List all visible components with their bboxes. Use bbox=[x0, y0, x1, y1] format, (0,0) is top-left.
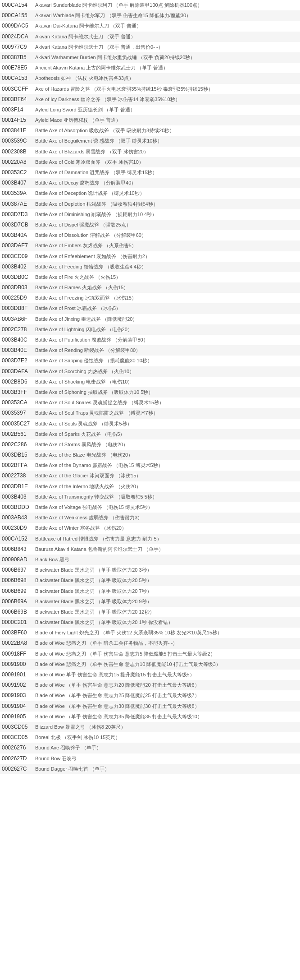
item-id: 00035397 bbox=[2, 409, 33, 417]
list-item: 0003BF60Blade of Fiery Light 炽光之刃 （单手 火伤… bbox=[0, 628, 300, 638]
item-text: Ayleid Long Sword 亚历德长剑 （单手 普通） bbox=[35, 107, 135, 112]
list-item: 0003CD05Boreal 北极 （双手剑 冰伤10 15英尺） bbox=[0, 732, 300, 743]
list-item: 000220A8Battle Axe of Cold 寒冷双面斧 （双手 冰伤害… bbox=[0, 157, 300, 167]
item-text: Bound Axe 召唤斧子 （单手） bbox=[35, 745, 101, 750]
item-id: 0003DAE7 bbox=[2, 241, 33, 250]
item-text: Blade of Woe （单手 伤害生命 意志力20 降低魔能20 打击土气最… bbox=[35, 682, 200, 688]
item-id: 0003D7CB bbox=[2, 221, 33, 229]
item-id: 000230D9 bbox=[2, 524, 33, 532]
item-text: Blade of Woe 悲痛之刃 （单手 暗杀工会任务物品，不能丢弃- -） bbox=[35, 640, 177, 646]
list-item: 000977C9Akivari Katana 阿卡维尔武士刀 （双手 普通，出售… bbox=[0, 42, 300, 52]
item-id: 000918FF bbox=[2, 650, 33, 658]
item-text: Axe of Icy Darkness 幽冷之斧 （双手 冰伤害14 冰衰弱35… bbox=[35, 97, 180, 102]
list-item: 000908ADBlack Bow 黑弓 bbox=[0, 555, 300, 565]
item-id: 000387AE bbox=[2, 200, 33, 208]
item-text: Akivari Katana 阿卡维尔武士刀 （双手 普通） bbox=[35, 34, 136, 39]
list-item: 0006B699Blackwater Blade 黑水之刃 （单手 吸取体力20… bbox=[0, 586, 300, 596]
list-item: 0003D7CBBattle Axe of Dispel 驱魔战斧 （驱散25点… bbox=[0, 220, 300, 230]
item-text: Battle Axe of Souls 灵魂战斧 （缚灵术5秒） bbox=[35, 421, 132, 426]
list-item: 0003B40EBattle Axe of Rending 断裂战斧 （分解装甲… bbox=[0, 345, 300, 356]
list-item: 0006B843Bauruss Akaviri Katana 包鲁斯的阿卡维尔武… bbox=[0, 544, 300, 555]
item-text: Battle Axe of the Inferno 地狱火战斧 （火伤20） bbox=[35, 484, 141, 489]
item-id: 0002B561 bbox=[2, 430, 33, 439]
list-item: 0009DAC5Akavari Dai-Katana 阿卡维尔大刀 （双手 普通… bbox=[0, 21, 300, 31]
item-id: 0002B8D6 bbox=[2, 378, 33, 386]
list-item: 00091903Blade of Woe （单手 伤害生命 意志力25 降低魔能… bbox=[0, 690, 300, 701]
item-id: 0003DB8F bbox=[2, 304, 33, 313]
list-item: 00091900Blade of Woe 悲痛之刃 （单手 伤害生命 意志力10… bbox=[0, 659, 300, 670]
item-text: Battle Axe of Enfeeblement 衰如战斧 （伤害耐力2） bbox=[35, 254, 150, 259]
item-id: 0002C286 bbox=[2, 440, 33, 449]
item-text: Bauruss Akaviri Katana 包鲁斯的阿卡维尔武士刀 （单手） bbox=[35, 546, 164, 552]
item-text: Battle Axe of Shocking 电击战斧 （电伤10） bbox=[35, 379, 132, 384]
item-id: 0003B40C bbox=[2, 336, 33, 344]
item-text: Blackwater Blade 黑水之刃 （单手 吸取体力20 7秒） bbox=[35, 588, 152, 594]
item-text: Blade of Woe （单手 伤害生命 意志力35 降低魔能35 打击土气最… bbox=[35, 714, 202, 719]
list-item: 0006B69BBlackwater Blade 黑水之刃 （单手 吸取体力20… bbox=[0, 607, 300, 617]
item-text: Blade of Woe （单手 伤害生命 意志力30 降低魔能30 打击土气最… bbox=[35, 703, 200, 709]
item-text: Battle Axe of Diminishing 削弱战斧 （损耗耐力10 4… bbox=[35, 212, 157, 217]
item-text: Battle Axe of Dissolution 溶解战斧 （分解装甲60） bbox=[35, 232, 146, 238]
list-item: 0006B698Blackwater Blade 黑水之刃 （单手 吸取体力20… bbox=[0, 575, 300, 586]
item-text: Battle Axe of Fire 火之战斧 （火伤15） bbox=[35, 274, 121, 280]
list-item: 0003CD09Battle Axe of Enfeeblement 衰如战斧 … bbox=[0, 251, 300, 262]
item-text: Battle Axe of Frost 冰霜战斧 （冰伤5） bbox=[35, 305, 121, 311]
item-text: Battle Axe of Soul Traps 灵魂陷阱之战斧 （缚灵术7秒） bbox=[35, 410, 158, 416]
item-text: Ancient Akaviri Katana 上古的阿卡维尔武士刀 （单手 普通… bbox=[35, 65, 168, 70]
item-text: Battle Axe of Sapping 侵蚀战斧 （损耗魔能30 10秒） bbox=[35, 358, 152, 363]
list-item: 0002308BBattle Axe of Blizzards 暴雪战斧 （双手… bbox=[0, 147, 300, 157]
item-text: Akavari Sunderblade 阿卡维尔利刀 （单手 解除装甲100点 … bbox=[35, 2, 202, 8]
list-item: 000225D9Battle Axe of Freezing 冰冻双面斧 （冰伤… bbox=[0, 293, 300, 303]
item-id: 000CA155 bbox=[2, 11, 33, 20]
item-list: 000CA154Akavari Sunderblade 阿卡维尔利刀 （单手 解… bbox=[0, 0, 300, 774]
item-id: 00091902 bbox=[2, 681, 33, 689]
item-id: 000908AD bbox=[2, 555, 33, 564]
list-item: 00091901Blade of Woe 单手 伤害生命 意志力15 提升魔能1… bbox=[0, 670, 300, 680]
item-text: Apotheosis 如神 （法杖 火电冰伤害各33点） bbox=[35, 75, 134, 81]
list-item: 0003CD05Blizzard Bow 暴雪之弓 （冰伤8 20英尺） bbox=[0, 722, 300, 732]
item-id: 00091903 bbox=[2, 691, 33, 700]
item-id: 0003CD05 bbox=[2, 723, 33, 731]
item-id: 0003D7E2 bbox=[2, 356, 33, 365]
item-text: Battle Axe of Embers 灰烬战斧 （火系伤害5） bbox=[35, 243, 136, 248]
item-text: Blackwater Blade 黑水之刃 （单手 吸取体力20 1秒 你没看错… bbox=[35, 619, 173, 625]
list-item: 00035397Battle Axe of Soul Traps 灵魂陷阱之战斧… bbox=[0, 408, 300, 418]
item-id: 00022BA8 bbox=[2, 639, 33, 647]
item-text: Battle Axe of Absorption 吸收战斧 （双手 吸收耐力8持… bbox=[35, 128, 174, 133]
item-text: Akavari Warblade 阿卡维尔军刀 （双手 伤害生命15 降低体力/… bbox=[35, 13, 191, 18]
item-id: 000E78E5 bbox=[2, 64, 33, 72]
item-id: 0006B69A bbox=[2, 597, 33, 606]
item-id: 0003F14 bbox=[2, 106, 33, 114]
item-text: Battle Axe of Rending 断裂战斧 （分解装甲80） bbox=[35, 347, 141, 353]
list-item: 0002C286Battle Axe of Storms 暴风战斧 （电伤20） bbox=[0, 439, 300, 450]
list-item: 0003B403Battle Axe of Transmogrify 转变战斧 … bbox=[0, 492, 300, 502]
item-text: Battle Axe of Siphoning 抽取战斧 （吸取体力10 5秒） bbox=[35, 389, 153, 395]
item-id: 000CA152 bbox=[2, 535, 33, 543]
list-item: 0003DB15Battle Axe of the Blaze 电光战斧 （电伤… bbox=[0, 450, 300, 460]
list-item: 00024DCAAkivari Katana 阿卡维尔武士刀 （双手 普通） bbox=[0, 32, 300, 42]
list-item: 0002BFFABattle Axe of the Dynamo 霹雳战斧 （电… bbox=[0, 460, 300, 471]
list-item: 0003DB1EBattle Axe of the Inferno 地狱火战斧 … bbox=[0, 481, 300, 492]
item-text: Battleaxe of Hatred 憎恨战斧 （伤害力量 意志力 耐力 5） bbox=[35, 536, 162, 541]
item-id: 0003AB6F bbox=[2, 315, 33, 324]
item-id: 00091905 bbox=[2, 712, 33, 721]
list-item: 0002B561Battle Axe of Sparks 火花战斧 （电伤5） bbox=[0, 429, 300, 439]
item-text: Battle Axe of Flames 火焰战斧 （火伤15） bbox=[35, 285, 128, 290]
item-text: Blade of Woe 单手 伤害生命 意志力15 提升魔能15 打击土气最大… bbox=[35, 672, 195, 677]
item-id: 0003539A bbox=[2, 189, 33, 198]
list-item: 00022BA8Blade of Woe 悲痛之刃 （单手 暗杀工会任务物品，不… bbox=[0, 638, 300, 648]
item-id: 00026276 bbox=[2, 744, 33, 752]
item-id: 0003D7D3 bbox=[2, 210, 33, 219]
item-id: 0002308B bbox=[2, 148, 33, 156]
list-item: 0002C278Battle Axe of Lightning 闪电战斧 （电伤… bbox=[0, 324, 300, 335]
item-id: 00022738 bbox=[2, 472, 33, 480]
item-text: Akavari Dai-Katana 阿卡维尔大刀 （双手 普通） bbox=[35, 23, 141, 28]
item-text: Battle Axe of Voltage 强电战斧 （电伤15 缚灵术5秒） bbox=[35, 504, 153, 510]
item-text: Blackwater Blade 黑水之刃 （单手 吸取体力20 5秒） bbox=[35, 578, 152, 583]
list-item: 0000C201Blackwater Blade 黑水之刃 （单手 吸取体力20… bbox=[0, 617, 300, 628]
item-text: Blackwater Blade 黑水之刃 （单手 吸取体力20 12秒） bbox=[35, 609, 155, 615]
item-id: 0003CD09 bbox=[2, 252, 33, 261]
item-id: 000353C2 bbox=[2, 168, 33, 177]
item-text: Akivari Katana 阿卡维尔武士刀 （双手 普通，出售价0- -） bbox=[35, 44, 163, 50]
item-id: 0002627D bbox=[2, 754, 33, 763]
